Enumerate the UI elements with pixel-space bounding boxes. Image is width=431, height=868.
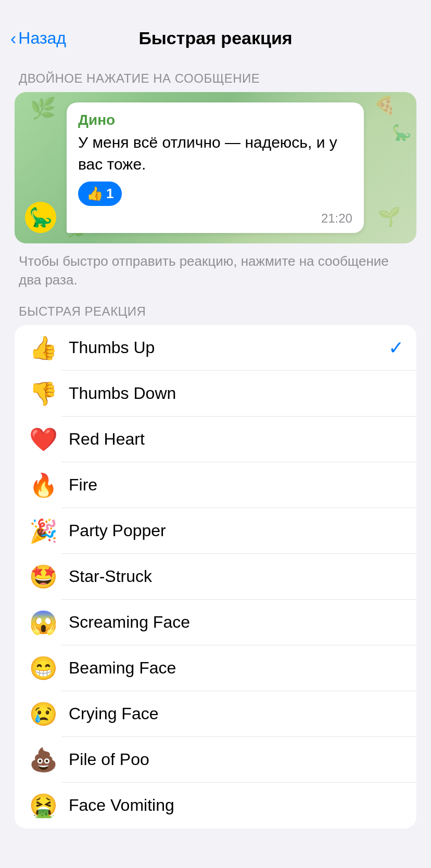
- reaction-item[interactable]: 💩Pile of Poo: [15, 737, 416, 783]
- header: ‹ Назад Быстрая реакция: [0, 0, 431, 57]
- message-text: У меня всё отлично — надеюсь, и у вас то…: [78, 132, 352, 175]
- bg-emoji-2: 🍕: [374, 95, 396, 115]
- reaction-item-emoji: 👍: [27, 334, 59, 361]
- bg-emoji-4: 🌱: [377, 206, 401, 228]
- reaction-item-emoji: 🎉: [27, 517, 59, 545]
- hint-text: Чтобы быстро отправить реакцию, нажмите …: [0, 243, 431, 290]
- reaction-item[interactable]: 🎉Party Popper: [15, 508, 416, 554]
- reaction-item[interactable]: 🤩Star-Struck: [15, 554, 416, 600]
- reaction-emoji: 👍: [86, 186, 103, 202]
- reaction-item[interactable]: 😢Crying Face: [15, 691, 416, 737]
- back-label: Назад: [18, 29, 66, 48]
- reaction-item-emoji: 🔥: [27, 472, 59, 499]
- reaction-item-name: Thumbs Down: [59, 384, 404, 403]
- selected-check-icon: ✓: [388, 337, 404, 359]
- reaction-item-name: Crying Face: [59, 704, 404, 723]
- back-chevron-icon: ‹: [10, 29, 16, 47]
- reaction-item-name: Star-Struck: [59, 567, 404, 586]
- reaction-item[interactable]: 🔥Fire: [15, 462, 416, 508]
- avatar: 🦕: [25, 202, 56, 233]
- reaction-item-emoji: 💩: [27, 746, 59, 773]
- reaction-item-emoji: 🤩: [27, 563, 59, 590]
- reaction-item[interactable]: 👎Thumbs Down: [15, 371, 416, 417]
- back-button[interactable]: ‹ Назад: [10, 29, 66, 48]
- reaction-item[interactable]: ❤️Red Heart: [15, 417, 416, 462]
- reaction-item-name: Fire: [59, 475, 404, 495]
- avatar-emoji: 🦕: [29, 206, 53, 228]
- reaction-item-name: Thumbs Up: [59, 338, 388, 357]
- quick-reaction-section-label: БЫСТРАЯ РЕАКЦИЯ: [0, 290, 431, 325]
- reaction-item-name: Beaming Face: [59, 658, 404, 678]
- reaction-item[interactable]: 😁Beaming Face: [15, 645, 416, 691]
- reaction-item-emoji: 🤮: [27, 792, 59, 819]
- bg-emoji-1: 🌿: [30, 96, 56, 121]
- reaction-item[interactable]: 👍Thumbs Up✓: [15, 325, 416, 371]
- message-bubble: Дино У меня всё отлично — надеюсь, и у в…: [67, 102, 364, 233]
- chat-preview-card: 🌿 🍕 🦕 🌱 🌿 Дино У меня всё отлично — наде…: [15, 92, 416, 243]
- reaction-item-emoji: 😢: [27, 701, 59, 728]
- double-tap-section-label: ДВОЙНОЕ НАЖАТИЕ НА СООБЩЕНИЕ: [0, 57, 431, 92]
- message-time: 21:20: [78, 211, 352, 226]
- reaction-item-name: Screaming Face: [59, 613, 404, 632]
- reaction-item-emoji: 👎: [27, 380, 59, 407]
- reaction-item-name: Pile of Poo: [59, 750, 404, 769]
- reaction-count: 1: [106, 186, 113, 202]
- reaction-item-emoji: 😱: [27, 609, 59, 636]
- reaction-item-emoji: 😁: [27, 655, 59, 682]
- message-sender: Дино: [78, 112, 352, 128]
- reaction-item[interactable]: 😱Screaming Face: [15, 600, 416, 645]
- reaction-item-emoji: ❤️: [27, 426, 59, 453]
- reaction-item-name: Face Vomiting: [59, 796, 404, 815]
- reaction-list: 👍Thumbs Up✓👎Thumbs Down❤️Red Heart🔥Fire🎉…: [15, 325, 416, 828]
- reaction-item[interactable]: 🤮Face Vomiting: [15, 783, 416, 828]
- reaction-item-name: Red Heart: [59, 430, 404, 449]
- page-title: Быстрая реакция: [138, 28, 292, 48]
- reaction-item-name: Party Popper: [59, 521, 404, 540]
- bg-emoji-3: 🦕: [392, 123, 411, 141]
- reaction-badge: 👍 1: [78, 182, 122, 206]
